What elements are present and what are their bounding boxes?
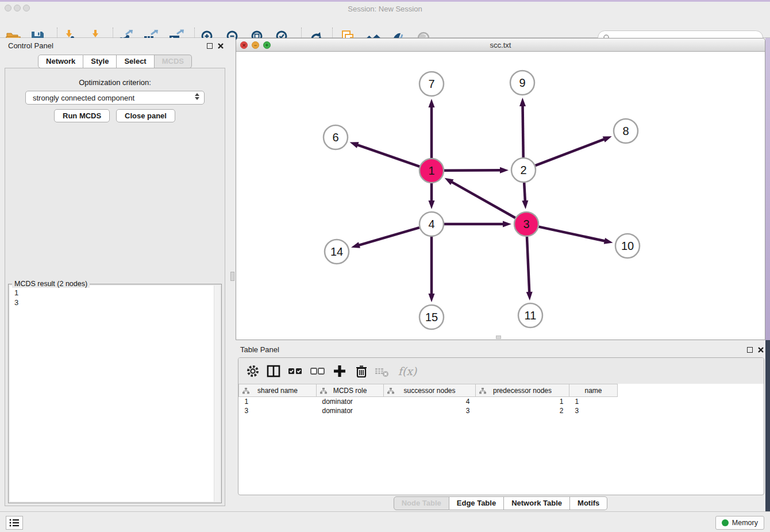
edge-arrowhead — [522, 201, 528, 209]
tab-network-table[interactable]: Network Table — [504, 496, 570, 510]
network-window-titlebar[interactable]: scc.txt ✕ − + — [236, 38, 765, 52]
table-cell[interactable]: 3 — [569, 406, 618, 415]
table-close-icon[interactable] — [757, 346, 764, 353]
panel-splitter[interactable] — [230, 38, 236, 511]
column-header-successor-nodes[interactable]: successor nodes — [384, 384, 476, 397]
delete-table-icon — [374, 363, 391, 380]
network-view-window: scc.txt ✕ − + 7968124314101511 — [236, 38, 765, 340]
column-header-shared-name[interactable]: shared name — [239, 384, 317, 397]
deselect-all-icon[interactable] — [309, 363, 326, 380]
delete-column-trash-icon[interactable] — [353, 363, 370, 380]
column-header-predecessor-nodes[interactable]: predecessor nodes — [476, 384, 569, 397]
node-label-2: 2 — [520, 164, 526, 176]
table-settings-gear-icon[interactable] — [244, 363, 261, 380]
network-minimize-icon[interactable]: − — [252, 41, 259, 49]
edge-2-3[interactable] — [524, 183, 525, 202]
tab-select[interactable]: Select — [117, 55, 154, 68]
control-panel-title: Control Panel — [8, 41, 53, 50]
table-toolbar: f(x) — [238, 358, 764, 384]
network-maximize-icon[interactable]: + — [263, 41, 271, 49]
edge-arrowhead — [500, 167, 509, 174]
hierarchy-icon — [387, 388, 394, 394]
memory-label: Memory — [732, 519, 758, 527]
table-cell[interactable]: 1 — [239, 397, 317, 406]
table-panel-title: Table Panel — [240, 345, 279, 354]
edge-3-11[interactable] — [527, 237, 529, 293]
edge-1-6[interactable] — [357, 145, 419, 167]
table-cell[interactable]: 3 — [239, 406, 317, 415]
edge-1-2[interactable] — [444, 170, 501, 171]
edge-3-1[interactable] — [451, 182, 515, 218]
table-cell[interactable]: 4 — [384, 397, 476, 406]
node-label-8: 8 — [622, 125, 629, 137]
table-cell[interactable]: dominator — [317, 397, 384, 406]
hierarchy-icon — [479, 388, 486, 394]
column-label: shared name — [257, 387, 298, 395]
table-float-icon[interactable] — [747, 347, 753, 353]
close-panel-icon[interactable] — [217, 43, 224, 49]
function-builder-icon: f(x) — [395, 363, 420, 380]
optimization-criterion-value: strongly connected component — [33, 94, 134, 102]
table-cell[interactable]: dominator — [317, 406, 384, 415]
node-label-14: 14 — [330, 245, 343, 258]
edge-3-10[interactable] — [539, 227, 606, 241]
memory-status-icon — [722, 519, 729, 526]
node-label-11: 11 — [525, 309, 537, 322]
column-label: successor nodes — [403, 387, 455, 395]
network-graph[interactable]: 7968124314101511 — [236, 52, 765, 340]
list-icon — [9, 518, 20, 528]
tab-node-table[interactable]: Node Table — [394, 496, 449, 510]
main-toolbar — [0, 13, 770, 38]
mcds-result-group: 1 3 MCDS result (2 nodes) — [8, 284, 222, 503]
tab-motifs[interactable]: Motifs — [570, 496, 607, 510]
status-bar: Memory — [0, 511, 770, 532]
fx-label: f(x) — [398, 365, 417, 377]
edge-arrowhead — [429, 99, 435, 107]
hierarchy-icon — [320, 388, 327, 394]
close-panel-button[interactable]: Close panel — [116, 109, 175, 122]
table-cell[interactable]: 2 — [476, 406, 569, 415]
edge-2-8[interactable] — [536, 139, 605, 165]
table-row[interactable]: 1dominator411 — [239, 397, 618, 406]
tab-style[interactable]: Style — [83, 55, 117, 68]
network-close-icon[interactable]: ✕ — [240, 41, 248, 49]
desktop-wallpaper-right-dark — [765, 340, 770, 532]
network-canvas[interactable]: 7968124314101511 — [236, 52, 765, 340]
edge-arrowhead — [429, 201, 435, 209]
edge-arrowhead — [429, 294, 435, 302]
node-label-15: 15 — [425, 311, 438, 323]
edge-arrowhead — [445, 178, 454, 185]
select-all-icon[interactable] — [287, 363, 304, 380]
edge-2-9[interactable] — [523, 105, 523, 157]
edge-arrowhead — [526, 292, 533, 300]
mcds-result-text[interactable]: 1 3 — [10, 286, 220, 502]
column-header-MCDS-role[interactable]: MCDS role — [317, 384, 384, 397]
add-column-icon[interactable] — [331, 363, 348, 380]
node-label-9: 9 — [519, 76, 525, 89]
table-cell[interactable]: 1 — [569, 397, 618, 406]
tab-edge-table[interactable]: Edge Table — [449, 496, 504, 510]
column-header-name[interactable]: name — [569, 384, 618, 397]
result-scrollbar[interactable] — [214, 286, 220, 502]
hierarchy-icon — [242, 388, 249, 394]
task-history-button[interactable] — [6, 516, 23, 530]
run-mcds-button[interactable]: Run MCDS — [54, 109, 110, 122]
table-cell[interactable]: 1 — [476, 397, 569, 406]
node-label-7: 7 — [428, 78, 434, 90]
float-panel-icon[interactable] — [207, 43, 213, 49]
show-columns-icon[interactable] — [265, 363, 282, 380]
tab-network[interactable]: Network — [38, 55, 83, 68]
memory-button[interactable]: Memory — [715, 516, 764, 530]
tab-mcds[interactable]: MCDS — [155, 55, 192, 68]
edge-4-14[interactable] — [358, 228, 419, 245]
node-table[interactable]: shared nameMCDS rolesuccessor nodesprede… — [238, 384, 618, 415]
table-row[interactable]: 3dominator323 — [239, 406, 618, 415]
splitter-handle[interactable] — [230, 272, 234, 281]
node-label-1: 1 — [428, 164, 434, 177]
table-cell[interactable]: 3 — [384, 406, 476, 415]
optimization-criterion-select[interactable]: strongly connected component — [25, 91, 205, 105]
node-label-4: 4 — [428, 218, 434, 230]
control-panel-header: Control Panel — [0, 38, 230, 54]
network-resize-handle[interactable] — [496, 336, 501, 339]
column-label: MCDS role — [333, 387, 367, 395]
